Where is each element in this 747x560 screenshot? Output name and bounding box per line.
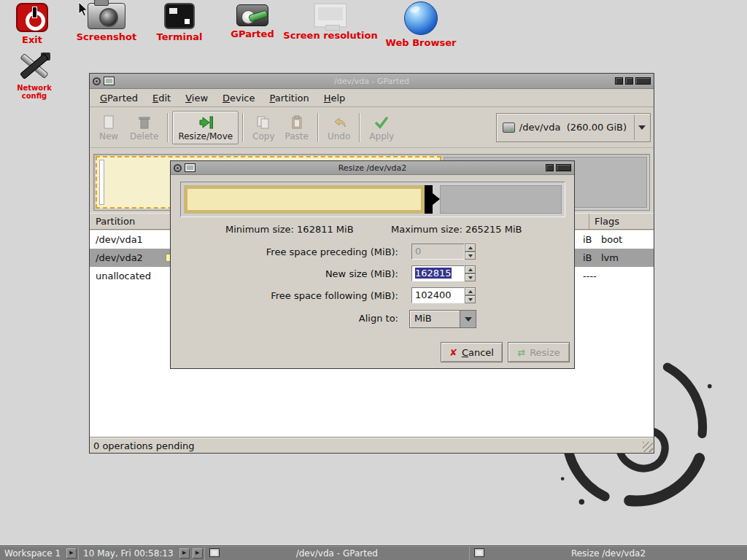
desktop-icon-label: Screen resolution <box>283 30 378 41</box>
device-selector-dropdown[interactable] <box>634 115 649 140</box>
arrow-down-icon <box>468 254 473 257</box>
menu-device[interactable]: Device <box>215 90 262 106</box>
desktop-icon-exit[interactable]: Exit <box>10 3 54 45</box>
window-title: /dev/vda - GParted <box>90 77 654 86</box>
taskbar-task-resize-dialog[interactable]: Resize /dev/vda2 <box>470 546 747 560</box>
maximize-button[interactable] <box>546 164 554 171</box>
window-menu-icon[interactable] <box>93 77 101 85</box>
apply-button[interactable]: Apply <box>364 112 399 144</box>
maximize-button[interactable] <box>625 77 633 85</box>
spin-up-button <box>465 244 476 252</box>
device-selector[interactable]: /dev/vda (260.00 GiB) <box>496 113 651 142</box>
undo-button[interactable]: Undo <box>322 112 355 144</box>
spin-down-button <box>465 252 476 260</box>
globe-icon <box>404 1 438 35</box>
dialog-titlebar[interactable]: Resize /dev/vda2 <box>171 161 574 175</box>
desktop-icon-label: Web Browser <box>376 37 465 48</box>
row-tail: iB boot <box>583 234 622 245</box>
scroll-right-button[interactable]: ▶ <box>193 548 203 559</box>
free-space-preceding-label: Free space preceding (MiB): <box>171 246 398 257</box>
resize-drag-handle[interactable] <box>425 185 433 214</box>
arrow-up-icon <box>468 246 473 249</box>
spin-down-button[interactable] <box>465 295 476 303</box>
header-partition: Partition <box>90 216 135 227</box>
cancel-button[interactable]: ✘ Cancel <box>441 342 503 362</box>
minimize-button[interactable] <box>615 77 623 85</box>
paste-button[interactable]: Paste <box>280 112 314 144</box>
copy-button[interactable]: Copy <box>247 112 279 144</box>
workspace-indicator[interactable]: Workspace 1 <box>0 546 65 560</box>
gparted-app-icon <box>104 77 115 85</box>
new-partition-icon <box>102 114 115 131</box>
menu-help[interactable]: Help <box>317 90 353 106</box>
resize-move-button[interactable]: Resize/Move <box>172 111 239 144</box>
menu-partition[interactable]: Partition <box>263 90 317 106</box>
free-space-preceding-spinner: 0 <box>411 244 476 260</box>
desktop-icon-terminal[interactable]: Terminal <box>148 3 211 42</box>
paste-icon <box>290 114 303 131</box>
toolbar-separator <box>359 113 360 142</box>
monitor-icon <box>314 3 347 28</box>
spin-up-button[interactable] <box>465 265 476 273</box>
arrow-right-icon: ▶ <box>69 551 73 556</box>
resize-button[interactable]: ⇄ Resize <box>508 342 570 362</box>
menu-view[interactable]: View <box>178 90 215 106</box>
spin-up-button[interactable] <box>465 287 476 295</box>
minimum-size-label: Minimum size: 162811 MiB <box>225 224 354 235</box>
copy-icon <box>256 114 271 131</box>
desktop-icon-network-config[interactable]: Network config <box>5 51 63 100</box>
desktop-icon-web-browser[interactable]: Web Browser <box>376 1 465 48</box>
clock: 10 May, Fri 00:58:13 <box>79 546 178 560</box>
selected-text[interactable]: 162815 <box>415 268 452 279</box>
resize-slider[interactable] <box>180 182 565 217</box>
workspace-next-button[interactable]: ▶ <box>66 548 77 559</box>
terminal-icon <box>164 3 195 29</box>
resize-grip[interactable] <box>643 442 653 452</box>
menu-gparted[interactable]: GParted <box>93 90 145 106</box>
camera-icon <box>88 3 125 29</box>
toolbar-separator <box>242 113 244 142</box>
desktop-icon-label: Exit <box>10 34 54 45</box>
arrow-down-icon <box>468 298 473 301</box>
desktop-icon-label: Terminal <box>148 31 211 42</box>
spin-down-button[interactable] <box>465 273 476 281</box>
arrow-right-icon: ▶ <box>196 551 199 556</box>
close-button[interactable] <box>635 77 651 85</box>
new-size-spinner[interactable]: 162815 <box>411 265 476 281</box>
desktop-icon-screen-resolution[interactable]: Screen resolution <box>283 3 378 41</box>
align-to-select[interactable]: MiB <box>409 310 476 328</box>
toolbar-separator <box>317 113 319 142</box>
partition-size-area[interactable] <box>184 185 425 214</box>
close-button[interactable] <box>556 164 571 171</box>
new-button[interactable]: New <box>93 112 125 144</box>
header-flags: Flags <box>589 214 652 229</box>
toolbar-separator <box>167 113 169 142</box>
gparted-titlebar[interactable]: /dev/vda - GParted <box>90 74 654 89</box>
delete-button[interactable]: Delete <box>125 112 163 144</box>
cancel-x-icon: ✘ <box>449 347 457 358</box>
resize-move-icon <box>197 114 214 131</box>
task-app-icon <box>474 548 484 557</box>
scroll-left-button[interactable]: ▶ <box>179 548 190 559</box>
desktop-icon-label: GParted <box>227 28 278 39</box>
desktop-icon-label: Screenshot <box>73 31 140 42</box>
menu-edit[interactable]: Edit <box>145 90 178 106</box>
free-space-following-spinner[interactable]: 102400 <box>411 287 476 303</box>
window-menu-icon[interactable] <box>174 164 182 172</box>
new-size-label: New size (MiB): <box>171 268 398 279</box>
taskbar: Workspace 1 ▶ 10 May, Fri 00:58:13 ▶ ▶ /… <box>0 545 747 560</box>
align-to-label: Align to: <box>171 313 398 324</box>
vda1-visual[interactable] <box>99 160 104 205</box>
free-space-area <box>440 185 562 214</box>
arrow-down-icon <box>468 276 473 279</box>
toolbar: New Delete Resize/Move Copy Paste <box>90 107 654 148</box>
desktop-icon-gparted[interactable]: GParted <box>227 4 278 39</box>
combo-dropdown-button[interactable] <box>460 311 476 327</box>
free-space-following-label: Free space following (MiB): <box>171 290 398 301</box>
arrow-right-icon: ▶ <box>182 551 186 556</box>
arrow-up-icon <box>468 290 473 293</box>
arrow-up-icon <box>468 268 473 271</box>
taskbar-task-gparted[interactable]: /dev/vda - GParted <box>205 546 469 560</box>
task-app-icon <box>209 548 220 557</box>
row-tail: ---- <box>583 271 597 281</box>
